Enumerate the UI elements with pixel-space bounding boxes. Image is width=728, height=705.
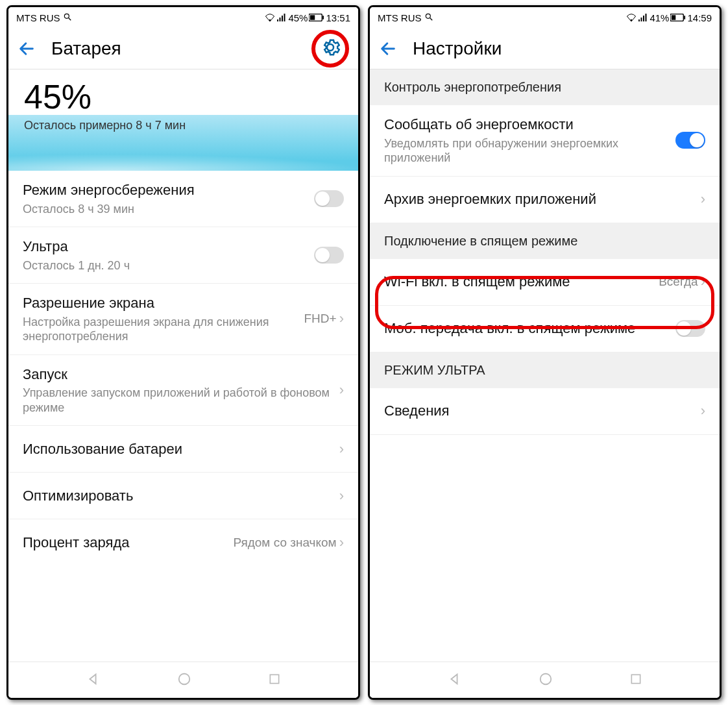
status-bar: MTS RUS 45% 13:51 xyxy=(8,7,358,28)
signal-icon xyxy=(638,12,648,23)
row-usage[interactable]: Использование батареи › xyxy=(8,426,358,473)
wifi-icon xyxy=(265,12,275,23)
svg-point-22 xyxy=(540,673,551,684)
nav-back-icon[interactable] xyxy=(447,672,461,689)
back-arrow-icon[interactable] xyxy=(379,40,397,58)
row-value: Всегда xyxy=(659,275,698,289)
search-icon xyxy=(63,12,72,23)
svg-rect-6 xyxy=(284,14,285,21)
row-value: FHD+ xyxy=(304,312,337,326)
nav-home-icon[interactable] xyxy=(177,672,191,689)
row-info[interactable]: Сведения › xyxy=(370,388,720,435)
row-title: Сообщать об энергоемкости xyxy=(384,116,669,134)
svg-point-12 xyxy=(426,14,430,18)
chevron-right-icon: › xyxy=(339,310,344,327)
row-wifi-sleep[interactable]: Wi-Fi вкл. в спящем режиме Всегда › xyxy=(370,259,720,306)
chevron-right-icon: › xyxy=(701,402,705,419)
row-title: Процент заряда xyxy=(23,534,226,552)
svg-rect-23 xyxy=(632,674,640,683)
row-ultra[interactable]: Ультра Осталось 1 дн. 20 ч xyxy=(8,227,358,284)
row-title: Сведения xyxy=(384,402,694,420)
row-resolution[interactable]: Разрешение экрана Настройка разрешения э… xyxy=(8,284,358,355)
svg-rect-3 xyxy=(277,19,278,21)
chevron-right-icon: › xyxy=(339,441,344,458)
row-optimize[interactable]: Оптимизировать › xyxy=(8,473,358,519)
svg-rect-17 xyxy=(643,16,644,21)
row-title: Моб. передача вкл. в спящем режиме xyxy=(384,319,669,338)
battery-pct-label: 45% xyxy=(288,12,308,23)
svg-rect-11 xyxy=(271,674,279,683)
signal-icon xyxy=(276,12,287,23)
section-header-power: Контроль энергопотребления xyxy=(370,69,720,105)
row-title: Оптимизировать xyxy=(23,487,333,505)
back-arrow-icon[interactable] xyxy=(18,40,36,58)
nav-back-icon[interactable] xyxy=(86,672,100,689)
carrier-label: MTS RUS xyxy=(378,12,422,23)
carrier-label: MTS RUS xyxy=(16,12,60,23)
section-header-ultra: РЕЖИМ УЛЬТРА xyxy=(370,352,720,388)
svg-rect-9 xyxy=(323,16,324,19)
svg-rect-8 xyxy=(310,15,315,19)
wifi-icon xyxy=(626,12,637,23)
page-title: Батарея xyxy=(51,38,311,59)
nav-home-icon[interactable] xyxy=(539,672,553,689)
chevron-right-icon: › xyxy=(339,382,344,399)
app-bar: Батарея xyxy=(8,28,358,69)
chevron-right-icon: › xyxy=(701,191,705,208)
svg-rect-5 xyxy=(282,16,283,21)
row-launch[interactable]: Запуск Управление запуском приложений и … xyxy=(8,355,358,427)
hero-remaining: Осталось примерно 8 ч 7 мин xyxy=(24,119,343,132)
svg-point-14 xyxy=(631,19,633,21)
phone-left: MTS RUS 45% 13:51 Батарея xyxy=(6,5,360,700)
row-title: Разрешение экрана xyxy=(23,294,298,312)
chevron-right-icon: › xyxy=(339,534,344,551)
nav-recent-icon[interactable] xyxy=(629,673,642,688)
phone-right: MTS RUS 41% 14:59 Настройки Контроль эне… xyxy=(368,5,722,700)
chevron-right-icon: › xyxy=(701,273,705,290)
battery-icon xyxy=(670,12,686,23)
svg-rect-18 xyxy=(646,14,647,21)
section-header-sleep: Подключение в спящем режиме xyxy=(370,223,720,259)
page-title: Настройки xyxy=(413,38,710,59)
toggle-mobile-sleep[interactable] xyxy=(675,320,705,337)
nav-recent-icon[interactable] xyxy=(268,673,281,688)
row-sub: Управление запуском приложений и работой… xyxy=(23,386,333,415)
row-notify-intensive[interactable]: Сообщать об энергоемкости Уведомлять при… xyxy=(370,105,720,177)
nav-bar xyxy=(8,662,358,698)
row-title: Wi-Fi вкл. в спящем режиме xyxy=(384,273,652,291)
row-title: Запуск xyxy=(23,365,333,384)
row-value: Рядом со значком xyxy=(233,536,336,550)
svg-line-13 xyxy=(430,18,432,20)
battery-pct-label: 41% xyxy=(649,12,669,23)
nav-bar xyxy=(370,662,720,698)
row-title: Использование батареи xyxy=(23,440,333,458)
svg-rect-16 xyxy=(641,18,642,21)
hero-percentage: 45% xyxy=(24,80,343,114)
time-label: 13:51 xyxy=(326,12,350,23)
toggle-notify[interactable] xyxy=(675,132,705,149)
row-sub: Уведомлять при обнаружении энергоемких п… xyxy=(384,136,669,166)
svg-rect-20 xyxy=(672,15,675,19)
search-icon xyxy=(424,12,433,23)
gear-icon[interactable] xyxy=(321,38,340,60)
row-archive[interactable]: Архив энергоемких приложений › xyxy=(370,177,720,223)
svg-point-0 xyxy=(64,14,69,18)
svg-line-1 xyxy=(68,18,71,20)
battery-icon xyxy=(309,12,324,23)
row-sub: Осталось 1 дн. 20 ч xyxy=(23,258,308,273)
row-title: Ультра xyxy=(23,238,308,256)
row-power-saving[interactable]: Режим энергосбережения Осталось 8 ч 39 м… xyxy=(8,171,358,227)
toggle-power-saving[interactable] xyxy=(314,190,344,207)
svg-rect-4 xyxy=(280,18,281,21)
svg-rect-15 xyxy=(638,19,640,21)
toggle-ultra[interactable] xyxy=(314,247,344,264)
row-percent[interactable]: Процент заряда Рядом со значком › xyxy=(8,519,358,566)
svg-point-10 xyxy=(178,673,189,684)
row-mobile-sleep[interactable]: Моб. передача вкл. в спящем режиме xyxy=(370,306,720,352)
status-bar: MTS RUS 41% 14:59 xyxy=(370,7,720,28)
battery-hero: 45% Осталось примерно 8 ч 7 мин xyxy=(8,69,358,171)
row-sub: Настройка разрешения экрана для снижения… xyxy=(23,315,298,344)
row-title: Архив энергоемких приложений xyxy=(384,190,694,208)
row-sub: Осталось 8 ч 39 мин xyxy=(23,202,308,217)
svg-point-2 xyxy=(269,19,271,21)
